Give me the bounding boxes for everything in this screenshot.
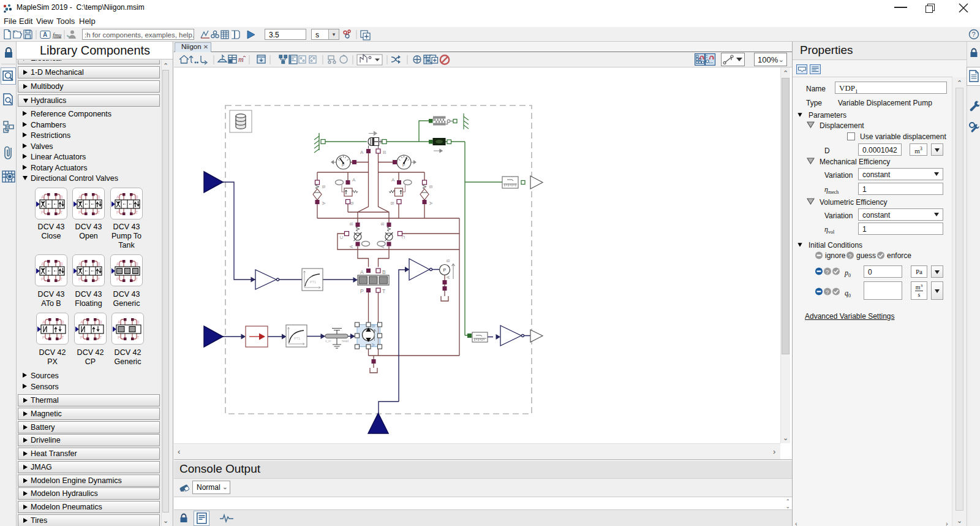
svg-text:P: P [443, 268, 447, 272]
svg-text:B: B [390, 202, 395, 205]
svg-text:?: ? [972, 31, 976, 38]
svg-text:A: A [360, 269, 364, 275]
svg-text:A: A [360, 150, 364, 155]
svg-text:ignore: ignore [825, 251, 846, 260]
svg-text:B: B [383, 150, 386, 155]
svg-text:A: A [391, 177, 395, 183]
svg-text:A: A [445, 275, 451, 279]
svg-text:T: T [382, 288, 385, 294]
svg-text:B: B [321, 185, 326, 188]
svg-text:?: ? [826, 289, 829, 295]
svg-text:?: ? [848, 253, 851, 259]
svg-text:m: m [238, 55, 244, 64]
svg-text:A: A [321, 202, 326, 205]
svg-text:B: B [371, 324, 376, 327]
svg-text:A: A [43, 31, 47, 38]
svg-text:P: P [342, 163, 344, 167]
svg-text:B: B [445, 259, 451, 262]
svg-text:B: B [382, 269, 386, 275]
svg-text:s_in: s_in [325, 339, 331, 343]
svg-text:fmu: fmu [53, 32, 62, 39]
svg-text:PT1: PT1 [310, 280, 316, 284]
svg-text:?: ? [826, 269, 829, 275]
svg-text:A: A [352, 177, 356, 183]
svg-text:enforce: enforce [887, 251, 911, 260]
svg-text:P: P [360, 288, 364, 294]
svg-text:B: B [349, 202, 355, 205]
svg-text:P: P [402, 163, 405, 167]
svg-text:A: A [371, 343, 376, 347]
svg-text:head: head [342, 339, 349, 343]
svg-text:C: C [339, 235, 344, 239]
svg-text:guess: guess [856, 251, 876, 260]
svg-text:B: B [349, 223, 354, 226]
svg-text:A: A [349, 245, 354, 248]
svg-text:C: C [401, 235, 406, 239]
